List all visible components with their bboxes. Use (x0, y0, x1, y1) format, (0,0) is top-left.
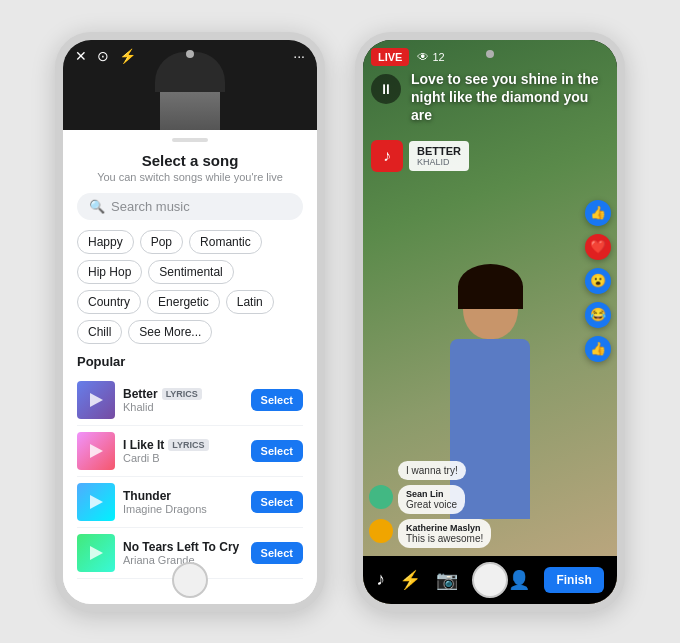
song-info: Thunder Imagine Dragons (123, 489, 243, 515)
close-icon[interactable]: ✕ (75, 48, 87, 64)
play-icon (90, 546, 103, 560)
phone1-screen: ✕ ⊙ ⚡ ··· Select a song You can switch s… (63, 40, 317, 604)
reaction-haha[interactable]: 😂 (585, 302, 611, 328)
comment-item-1: Sean Lin Great voice (369, 485, 581, 514)
play-icon (90, 393, 103, 407)
song-artist: Cardi B (123, 452, 243, 464)
song-name-row: No Tears Left To Cry (123, 540, 243, 554)
pause-button[interactable]: ⏸ (371, 74, 401, 104)
music-card-artist: KHALID (417, 157, 461, 167)
genre-tag[interactable]: Pop (140, 230, 183, 254)
genre-tag[interactable]: Hip Hop (77, 260, 142, 284)
genre-tag[interactable]: Energetic (147, 290, 220, 314)
reaction-like[interactable]: 👍 (585, 336, 611, 362)
live-bar: LIVE 👁 12 (371, 48, 609, 66)
comment-user-1: Sean Lin (406, 489, 457, 499)
select-song-button[interactable]: Select (251, 389, 303, 411)
effects-toolbar-icon[interactable]: ⚡ (399, 569, 421, 591)
sheet-title: Select a song (77, 152, 303, 169)
play-icon (90, 495, 103, 509)
phone-2: LIVE 👁 12 ⏸ Love to see you shine in the… (355, 32, 625, 612)
reaction-heart[interactable]: ❤️ (585, 234, 611, 260)
person-head (463, 274, 518, 339)
song-info: I Like It LYRICS Cardi B (123, 438, 243, 464)
camera-icon[interactable]: ⊙ (97, 48, 109, 64)
comment-avatar-1 (369, 485, 393, 509)
play-icon (90, 444, 103, 458)
music-card: ♪ BETTER KHALID (371, 140, 469, 172)
comment-bubble-2: Katherine Maslyn This is awesome! (398, 519, 491, 548)
comment-bubble-1: Sean Lin Great voice (398, 485, 465, 514)
comments-container: I wanna try! Sean Lin Great voice Kather… (369, 461, 581, 548)
genre-tag[interactable]: Latin (226, 290, 274, 314)
effects-icon[interactable]: ⚡ (119, 48, 136, 64)
music-icon: ♪ (371, 140, 403, 172)
song-name-row: Thunder (123, 489, 243, 503)
viewers-count: 👁 12 (417, 50, 444, 64)
comment-text-2: This is awesome! (406, 533, 483, 544)
home-button[interactable] (172, 562, 208, 598)
song-thumbnail (77, 432, 115, 470)
genre-tag[interactable]: Sentimental (148, 260, 233, 284)
genre-tag[interactable]: Chill (77, 320, 122, 344)
live-badge: LIVE (371, 48, 409, 66)
song-thumbnail (77, 381, 115, 419)
genre-tag[interactable]: Happy (77, 230, 134, 254)
finish-button[interactable]: Finish (544, 567, 603, 593)
song-name: Thunder (123, 489, 171, 503)
comment-avatar-2 (369, 519, 393, 543)
genre-tag[interactable]: Country (77, 290, 141, 314)
song-thumbnail (77, 483, 115, 521)
song-list: Better LYRICS Khalid Select I Like It LY… (77, 375, 303, 579)
song-artist: Imagine Dragons (123, 503, 243, 515)
home-button-2[interactable] (472, 562, 508, 598)
popular-label: Popular (77, 354, 303, 369)
camera-toolbar-icon[interactable]: 📷 (436, 569, 458, 591)
comment-user-2: Katherine Maslyn (406, 523, 483, 533)
search-bar[interactable]: 🔍 Search music (77, 193, 303, 220)
more-icon[interactable]: ··· (293, 48, 305, 64)
search-icon: 🔍 (89, 199, 105, 214)
song-info: Better LYRICS Khalid (123, 387, 243, 413)
phone1-top-controls: ✕ ⊙ ⚡ (75, 48, 136, 64)
sheet-subtitle: You can switch songs while you're live (77, 171, 303, 183)
song-selector-sheet: Select a song You can switch songs while… (63, 130, 317, 604)
genre-tag[interactable]: Romantic (189, 230, 262, 254)
genre-tag[interactable]: See More... (128, 320, 212, 344)
viewers-number: 12 (432, 51, 444, 63)
song-artist: Khalid (123, 401, 243, 413)
music-card-info: BETTER KHALID (409, 141, 469, 171)
select-song-button[interactable]: Select (251, 491, 303, 513)
reaction-wow[interactable]: 😮 (585, 268, 611, 294)
music-card-song: BETTER (417, 145, 461, 157)
eye-icon: 👁 (417, 50, 429, 64)
people-toolbar-icon[interactable]: 👤 (508, 569, 530, 591)
person-hair (458, 264, 523, 309)
phone2-screen: LIVE 👁 12 ⏸ Love to see you shine in the… (363, 40, 617, 604)
song-name-row: I Like It LYRICS (123, 438, 243, 452)
select-song-button[interactable]: Select (251, 440, 303, 462)
comment-text-1: Great voice (406, 499, 457, 510)
comment-item-2: Katherine Maslyn This is awesome! (369, 519, 581, 548)
song-name: No Tears Left To Cry (123, 540, 239, 554)
lyrics-overlay: Love to see you shine in the night like … (411, 70, 609, 125)
music-toolbar-icon[interactable]: ♪ (376, 569, 385, 590)
reactions-container: 👍 ❤️ 😮 😂 👍 (585, 200, 611, 362)
comment-simple: I wanna try! (398, 461, 466, 480)
reaction-thumbs-up[interactable]: 👍 (585, 200, 611, 226)
song-thumbnail (77, 534, 115, 572)
pause-icon: ⏸ (379, 81, 393, 97)
lyrics-badge: LYRICS (162, 388, 202, 400)
song-name: I Like It (123, 438, 164, 452)
person-preview (160, 60, 220, 130)
lyrics-badge: LYRICS (168, 439, 208, 451)
song-info: No Tears Left To Cry Ariana Grande (123, 540, 243, 566)
song-item: Thunder Imagine Dragons Select (77, 477, 303, 528)
phone-1: ✕ ⊙ ⚡ ··· Select a song You can switch s… (55, 32, 325, 612)
select-song-button[interactable]: Select (251, 542, 303, 564)
genre-tags-container: HappyPopRomanticHip HopSentimentalCountr… (77, 230, 303, 344)
song-item: I Like It LYRICS Cardi B Select (77, 426, 303, 477)
song-item: Better LYRICS Khalid Select (77, 375, 303, 426)
song-name: Better (123, 387, 158, 401)
person-hair (155, 52, 225, 92)
